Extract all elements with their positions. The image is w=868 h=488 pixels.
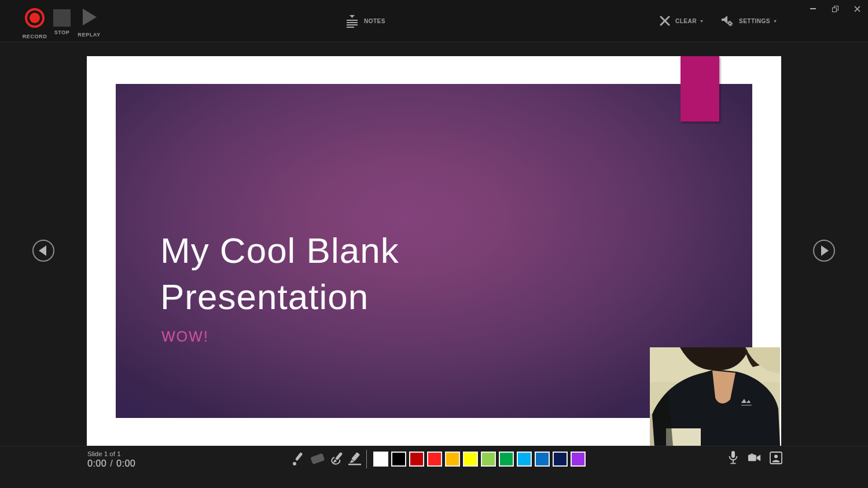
clear-icon bbox=[660, 16, 670, 27]
record-icon bbox=[24, 8, 45, 31]
camera-preview-feed bbox=[650, 347, 780, 446]
laser-pointer-tool[interactable] bbox=[291, 451, 307, 467]
camera-preview-icon bbox=[770, 452, 782, 464]
arrow-left-icon bbox=[39, 245, 46, 256]
settings-label: SETTINGS bbox=[739, 18, 770, 24]
ink-color-swatch-00b0f0[interactable] bbox=[517, 452, 532, 467]
stop-icon bbox=[53, 9, 71, 27]
ink-color-palette bbox=[370, 452, 586, 467]
ink-color-swatch-c00000[interactable] bbox=[409, 452, 424, 467]
window-controls bbox=[807, 3, 863, 14]
arrow-right-icon bbox=[821, 245, 829, 256]
timer-total: 0:00 bbox=[116, 458, 135, 469]
next-slide-button[interactable] bbox=[813, 240, 835, 262]
slide-indicator: Slide 1 of 1 bbox=[87, 450, 121, 457]
microphone-icon bbox=[728, 450, 738, 465]
notes-label: NOTES bbox=[364, 18, 385, 24]
slide-title-line2: Presentation bbox=[160, 274, 399, 320]
replay-label: REPLAY bbox=[78, 32, 100, 38]
record-label: RECORD bbox=[23, 34, 47, 39]
av-controls bbox=[726, 451, 783, 465]
ink-color-swatch-ff2121[interactable] bbox=[427, 452, 442, 467]
minimize-button[interactable] bbox=[807, 3, 819, 14]
ink-color-swatch-0a1c57[interactable] bbox=[553, 452, 568, 467]
clear-dropdown-icon: ▼ bbox=[700, 19, 704, 23]
notes-button[interactable]: NOTES bbox=[345, 0, 385, 42]
ink-color-swatch-00a64c[interactable] bbox=[499, 452, 514, 467]
settings-button[interactable]: SETTINGS ▼ bbox=[721, 0, 777, 42]
minimize-icon bbox=[810, 8, 816, 9]
clear-button[interactable]: CLEAR ▼ bbox=[660, 0, 704, 42]
pen-tool[interactable] bbox=[328, 451, 344, 467]
highlighter-icon bbox=[347, 452, 363, 467]
timer-elapsed: 0:00 bbox=[87, 458, 106, 469]
eraser-tool[interactable] bbox=[310, 451, 326, 467]
bottom-status-bar: Slide 1 of 1 0:00 / 0:00 bbox=[0, 446, 868, 488]
record-button[interactable]: RECORD bbox=[22, 8, 47, 39]
ink-color-swatch-000000[interactable] bbox=[391, 452, 406, 467]
top-toolbar: RECORD STOP REPLAY bbox=[0, 0, 868, 42]
laser-pointer-icon bbox=[292, 452, 307, 467]
recording-window: RECORD STOP REPLAY bbox=[0, 0, 868, 488]
slide-title: My Cool Blank Presentation bbox=[160, 228, 399, 320]
camera-icon bbox=[748, 453, 762, 463]
close-icon bbox=[854, 6, 860, 12]
slide-accent-bar bbox=[681, 56, 719, 122]
pen-icon bbox=[328, 452, 344, 467]
webcam-person-image bbox=[650, 347, 780, 446]
microphone-toggle[interactable] bbox=[726, 451, 740, 465]
close-button[interactable] bbox=[851, 3, 863, 14]
replay-button[interactable]: REPLAY bbox=[76, 8, 102, 38]
ink-color-swatch-92d050[interactable] bbox=[481, 452, 496, 467]
ink-color-swatch-ffff00[interactable] bbox=[463, 452, 478, 467]
eraser-icon bbox=[310, 452, 326, 467]
stop-button[interactable]: STOP bbox=[51, 8, 73, 35]
stop-label: STOP bbox=[54, 30, 70, 35]
ink-color-swatch-0b6fc2[interactable] bbox=[535, 452, 550, 467]
notes-icon bbox=[345, 13, 359, 30]
ink-color-swatch-ffffff[interactable] bbox=[373, 452, 388, 467]
restore-button[interactable] bbox=[829, 3, 841, 14]
recording-timer: 0:00 / 0:00 bbox=[87, 458, 135, 469]
ink-color-swatch-9b30e8[interactable] bbox=[571, 452, 586, 467]
timer-separator: / bbox=[110, 458, 113, 469]
camera-toggle[interactable] bbox=[748, 451, 762, 465]
camera-preview-toggle[interactable] bbox=[769, 451, 783, 465]
highlighter-tool[interactable] bbox=[347, 451, 363, 467]
slide-title-line1: My Cool Blank bbox=[160, 228, 399, 274]
clear-label: CLEAR bbox=[675, 18, 697, 24]
slide-subtitle: WOW! bbox=[161, 328, 209, 345]
restore-icon bbox=[832, 6, 838, 12]
replay-icon bbox=[80, 8, 98, 29]
toolbar-divider bbox=[366, 450, 367, 468]
previous-slide-button[interactable] bbox=[32, 240, 54, 262]
settings-dropdown-icon: ▼ bbox=[773, 19, 777, 23]
settings-icon bbox=[721, 15, 734, 28]
ink-color-swatch-ffb900[interactable] bbox=[445, 452, 460, 467]
ink-toolbar bbox=[291, 450, 586, 468]
